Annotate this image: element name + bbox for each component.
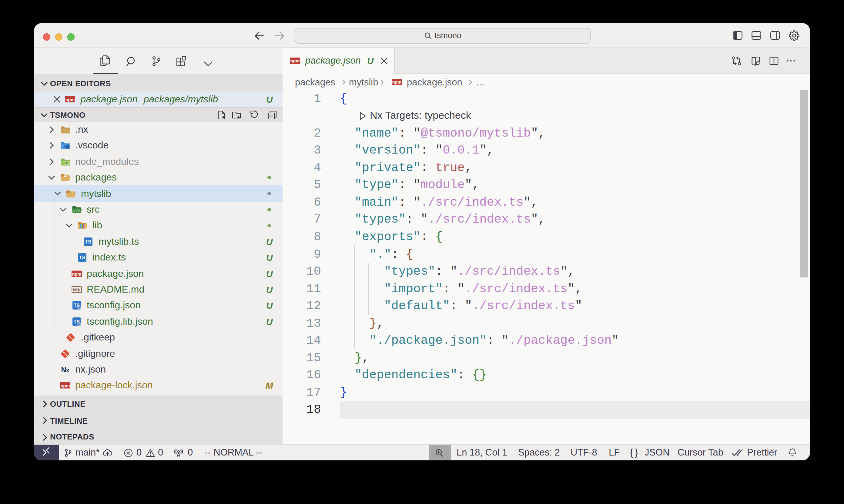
svg-text:npm: npm	[290, 58, 299, 63]
svg-text:M: M	[73, 287, 77, 292]
svg-text:npm: npm	[72, 271, 81, 276]
svg-text:npm: npm	[392, 80, 401, 85]
svg-text:TS: TS	[85, 239, 91, 245]
svg-text:npm: npm	[60, 383, 69, 388]
svg-text:</>: </>	[73, 209, 80, 213]
svg-text:Nx: Nx	[61, 366, 69, 374]
svg-text:TS: TS	[79, 255, 86, 260]
svg-text:npm: npm	[66, 97, 74, 102]
